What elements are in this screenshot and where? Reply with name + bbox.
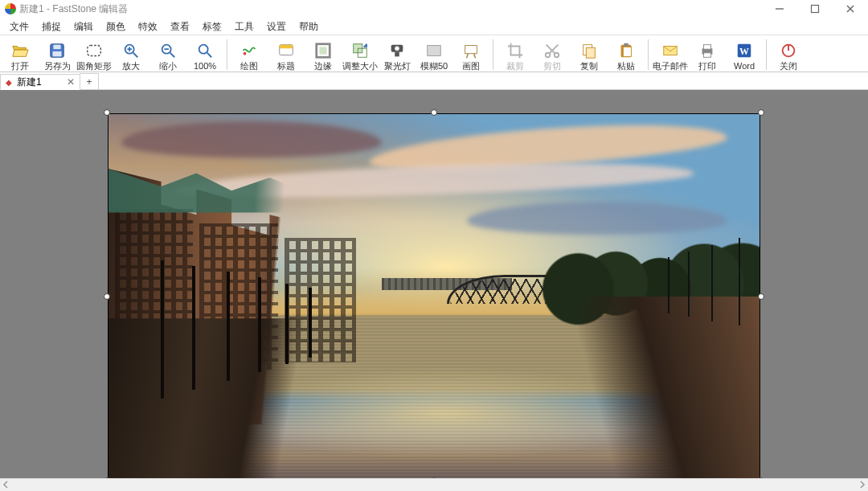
spotlight-button[interactable]: 聚光灯 xyxy=(379,38,416,72)
menu-color[interactable]: 颜色 xyxy=(100,18,132,35)
svg-rect-19 xyxy=(280,45,293,49)
copy-button[interactable]: 复制 xyxy=(571,38,608,72)
scroll-right-icon[interactable] xyxy=(858,480,866,491)
canvas-icon xyxy=(461,41,481,60)
blur-button[interactable]: 模糊50 xyxy=(416,38,452,72)
save-as-button[interactable]: 另存为 xyxy=(39,38,76,72)
svg-line-31 xyxy=(474,54,476,59)
svg-line-16 xyxy=(207,53,212,58)
crop-button[interactable]: 裁剪 xyxy=(497,38,534,72)
tab-close-icon[interactable]: ✕ xyxy=(67,76,75,88)
zoom-in-icon xyxy=(121,41,141,60)
resize-button[interactable]: 调整大小 xyxy=(342,38,379,72)
scroll-left-icon[interactable] xyxy=(2,480,10,491)
resize-handle[interactable] xyxy=(104,293,110,300)
save-icon xyxy=(47,41,67,60)
zoom-in-button[interactable]: 放大 xyxy=(113,38,149,72)
toolbar: 打开 另存为 圆角矩形 放大 缩小 100% 绘图 标题 边缘 调整大小 聚光灯… xyxy=(0,35,868,72)
menu-settings[interactable]: 设置 xyxy=(260,18,293,35)
svg-rect-43 xyxy=(703,45,710,50)
menu-file[interactable]: 文件 xyxy=(3,18,35,35)
caption-icon xyxy=(276,41,296,60)
svg-rect-1 xyxy=(812,6,819,13)
horizontal-scrollbar[interactable] xyxy=(0,478,868,491)
resize-icon xyxy=(350,41,370,60)
app-icon xyxy=(5,3,16,14)
edge-button[interactable]: 边缘 xyxy=(305,38,342,72)
blur-icon xyxy=(424,41,444,60)
email-icon xyxy=(661,41,680,60)
round-rect-button[interactable]: 圆角矩形 xyxy=(76,38,113,72)
copy-icon xyxy=(579,41,599,60)
window-title: 新建1 - FastStone 编辑器 xyxy=(19,2,128,16)
canvas-button[interactable]: 画图 xyxy=(452,38,489,72)
menu-view[interactable]: 查看 xyxy=(164,18,196,35)
svg-rect-44 xyxy=(703,53,710,58)
title-bar: 新建1 - FastStone 编辑器 xyxy=(0,0,868,18)
minimize-button[interactable] xyxy=(762,0,797,18)
crop-icon xyxy=(506,41,525,60)
menu-tools[interactable]: 工具 xyxy=(228,18,260,35)
close-button[interactable]: 关闭 xyxy=(770,38,807,72)
new-tab-button[interactable]: + xyxy=(80,73,99,89)
draw-icon xyxy=(240,41,259,60)
menu-bar: 文件 捕捉 编辑 颜色 特效 查看 标签 工具 设置 帮助 xyxy=(0,18,868,35)
tab-strip: ◆ 新建1 ✕ + xyxy=(0,72,868,90)
menu-effects[interactable]: 特效 xyxy=(132,18,164,35)
resize-handle[interactable] xyxy=(758,109,764,116)
zoom-out-button[interactable]: 缩小 xyxy=(149,38,186,72)
word-button[interactable]: WWord xyxy=(726,38,763,72)
svg-line-30 xyxy=(467,54,469,59)
menu-edit[interactable]: 编辑 xyxy=(68,18,100,35)
print-icon xyxy=(698,41,717,60)
svg-rect-21 xyxy=(319,47,326,54)
image-selection[interactable] xyxy=(108,114,760,478)
svg-rect-26 xyxy=(395,52,399,57)
menu-help[interactable]: 帮助 xyxy=(293,18,325,35)
open-button[interactable]: 打开 xyxy=(2,38,39,72)
svg-rect-7 xyxy=(88,46,101,56)
menu-tags[interactable]: 标签 xyxy=(196,18,228,35)
svg-rect-5 xyxy=(53,45,60,50)
svg-line-13 xyxy=(170,53,175,58)
resize-handle[interactable] xyxy=(758,477,764,478)
svg-rect-29 xyxy=(465,46,477,54)
svg-rect-6 xyxy=(53,51,62,56)
folder-open-icon xyxy=(10,41,30,60)
svg-text:W: W xyxy=(739,46,749,57)
paste-button[interactable]: 粘贴 xyxy=(608,38,645,72)
cut-icon xyxy=(542,41,562,60)
round-rect-icon xyxy=(84,41,104,60)
word-icon: W xyxy=(735,41,754,60)
workspace[interactable] xyxy=(0,90,868,478)
caption-button[interactable]: 标题 xyxy=(268,38,305,72)
cut-button[interactable]: 剪切 xyxy=(534,38,571,72)
svg-rect-27 xyxy=(428,46,441,56)
canvas-image[interactable] xyxy=(108,114,760,478)
resize-handle[interactable] xyxy=(104,109,110,116)
edge-icon xyxy=(313,41,333,60)
resize-handle[interactable] xyxy=(431,109,437,116)
resize-handle[interactable] xyxy=(758,293,764,300)
print-button[interactable]: 打印 xyxy=(689,38,726,72)
tab-document[interactable]: ◆ 新建1 ✕ xyxy=(0,74,80,90)
maximize-button[interactable] xyxy=(797,0,833,18)
toolbar-separator xyxy=(227,39,227,70)
resize-handle[interactable] xyxy=(104,477,110,478)
zoom-100-icon xyxy=(195,41,215,60)
email-button[interactable]: 电子邮件 xyxy=(652,38,689,72)
close-window-button[interactable] xyxy=(833,0,868,18)
zoom-100-button[interactable]: 100% xyxy=(186,38,223,72)
spotlight-icon xyxy=(387,41,407,60)
resize-handle[interactable] xyxy=(431,477,437,478)
draw-button[interactable]: 绘图 xyxy=(231,38,268,72)
toolbar-separator xyxy=(766,39,767,70)
svg-line-9 xyxy=(133,53,138,58)
svg-point-17 xyxy=(244,52,247,55)
tab-label: 新建1 xyxy=(17,76,42,89)
svg-rect-37 xyxy=(586,47,595,58)
menu-capture[interactable]: 捕捉 xyxy=(35,18,68,35)
paste-icon xyxy=(616,41,636,60)
power-icon xyxy=(779,41,798,60)
svg-rect-40 xyxy=(624,43,628,47)
